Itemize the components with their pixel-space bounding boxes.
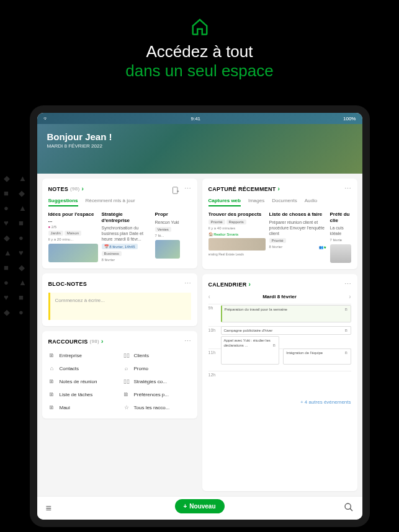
captured-title[interactable]: CAPTURÉ RÉCEMMENT› (208, 185, 280, 192)
shortcut-item[interactable]: 🗎Notes de réunion (48, 376, 117, 386)
doc-icon: 🗎 (123, 391, 130, 398)
captured-card[interactable]: Liste de choses à faire Préparer réunion… (269, 211, 326, 263)
calendar-event[interactable]: Préparation du travail pour la semaine🗎 (221, 305, 351, 322)
scratchpad-more-icon[interactable]: ⋯ (184, 280, 191, 288)
tab-suggestions[interactable]: Suggestions (48, 198, 78, 206)
svg-point-3 (345, 503, 351, 509)
shortcut-item[interactable]: 🗎Liste de tâches (48, 389, 117, 399)
chevron-right-icon: › (278, 185, 280, 192)
tab-audio[interactable]: Audio (305, 198, 317, 206)
app-screen: ᯤ 9:41 100% Bonjour Jean ! MARDI 8 FÉVRI… (37, 113, 362, 520)
left-column: NOTES(98)› ⋯ Suggestions Récemment mis à… (42, 179, 197, 491)
search-icon: ⌕ (123, 365, 130, 372)
note-link-icon: 🗎 (344, 329, 348, 333)
hero-section: Accédez à tout dans un seul espace (0, 0, 399, 91)
calendar-date: Mardi 8 février (262, 294, 297, 299)
shortcut-item[interactable]: ▯▯Clients (123, 350, 191, 360)
doc-icon: 🗎 (48, 404, 56, 411)
calendar-more-events[interactable]: + 4 autres événements (208, 399, 351, 405)
doc-icon: 🗎 (48, 378, 56, 385)
chevron-right-icon: › (81, 185, 84, 192)
menu-icon[interactable]: ≡ (46, 503, 52, 514)
captured-card[interactable]: Trouver des prospects PrioritéRapports I… (208, 211, 266, 263)
captured-more-icon[interactable]: ⋯ (344, 185, 351, 193)
greeting-text: Bonjour Jean ! (47, 131, 352, 142)
status-time: 9:41 (191, 116, 200, 122)
shortcut-item[interactable]: ☆Tous les racco... (123, 402, 191, 412)
shortcuts-panel: RACCOURCIS(98)› ⋯ 🗎Entreprise▯▯Clients⌂C… (42, 331, 197, 419)
shortcut-item[interactable]: ⌂Contacts (48, 363, 117, 373)
shortcut-item[interactable]: ▯▯Stratégies co... (123, 376, 191, 386)
home-icon: ⌂ (48, 365, 56, 372)
calendar-title[interactable]: CALENDRIER› (208, 281, 251, 288)
shared-icon: 👥★ (319, 245, 326, 249)
calendar-prev-button[interactable]: ‹ (208, 293, 210, 300)
new-button[interactable]: + Nouveau (174, 499, 224, 513)
note-thumbnail (155, 240, 180, 259)
calendar-event[interactable]: Campagne publicitaire d'hiver🗎 (221, 326, 351, 335)
note-link-icon: 🗎 (344, 308, 348, 312)
captured-panel: CAPTURÉ RÉCEMMENT› ⋯ Captures web Images… (202, 179, 357, 269)
calendar-more-icon[interactable]: ⋯ (344, 280, 351, 288)
capture-thumbnail (330, 244, 351, 263)
tab-web-captures[interactable]: Captures web (208, 198, 241, 206)
shortcuts-title[interactable]: RACCOURCIS(98)› (48, 338, 104, 345)
scratchpad-input[interactable]: Commencez à écrire... (48, 293, 191, 320)
calendar-event[interactable]: Appel avec Yuki : étudier les déclaratio… (221, 336, 280, 365)
shortcuts-more-icon[interactable]: ⋯ (184, 337, 191, 345)
captured-tabs: Captures web Images Documents Audio (208, 198, 351, 206)
capture-thumbnail (208, 238, 266, 250)
new-note-icon[interactable] (172, 185, 179, 193)
calendar-event[interactable]: Intégration de l'équipe🗎 (283, 348, 351, 365)
note-thumbnail (48, 244, 98, 262)
home-icon (191, 17, 209, 36)
status-bar: ᯤ 9:41 100% (37, 113, 362, 124)
tab-documents[interactable]: Documents (272, 198, 297, 206)
tablet-frame: ᯤ 9:41 100% Bonjour Jean ! MARDI 8 FÉVRI… (30, 105, 370, 527)
shortcut-item[interactable]: 🗎Préférences p... (123, 389, 191, 399)
scratchpad-panel: BLOC-NOTES ⋯ Commencez à écrire... (42, 273, 197, 326)
svg-line-4 (350, 508, 352, 511)
calendar-panel: CALENDRIER› ⋯ ‹ Mardi 8 février › 9h10h1… (202, 274, 357, 491)
notes-title[interactable]: NOTES(98)› (48, 185, 84, 192)
calendar-grid: 9h10h11h12h Préparation du travail pour … (208, 304, 351, 397)
status-battery: 100% (343, 116, 356, 122)
shortcut-item[interactable]: ⌕Promo (123, 363, 191, 373)
notes-tabs: Suggestions Récemment mis à jour (48, 198, 191, 206)
hero-title-line1: Accédez à tout (0, 42, 399, 61)
main-content: NOTES(98)› ⋯ Suggestions Récemment mis à… (37, 174, 362, 496)
captured-card[interactable]: Préfé du clie La cuis idéale 7 févrie (330, 211, 351, 263)
tab-images[interactable]: Images (248, 198, 264, 206)
scratchpad-title: BLOC-NOTES (48, 281, 87, 287)
shortcut-item[interactable]: 🗎Maui (48, 402, 117, 412)
notes-panel: NOTES(98)› ⋯ Suggestions Récemment mis à… (42, 179, 197, 268)
note-link-icon: 🗎 (344, 351, 348, 355)
note-card[interactable]: Propr Rencon Yuki Ventes 7 fé... (155, 211, 180, 262)
doc-icon: 🗎 (48, 391, 56, 398)
svg-rect-0 (173, 187, 177, 193)
greeting-banner: Bonjour Jean ! MARDI 8 FÉVRIER 2022 (37, 124, 362, 174)
chevron-right-icon: › (101, 338, 104, 345)
note-card[interactable]: Idées pour l'espace ... ● 2/5 JardinMais… (48, 211, 98, 262)
greeting-date: MARDI 8 FÉVRIER 2022 (47, 143, 352, 149)
doc-icon: 🗎 (48, 352, 56, 359)
book-icon: ▯▯ (123, 378, 130, 385)
star-icon: ☆ (123, 404, 130, 411)
tab-recent[interactable]: Récemment mis à jour (86, 198, 135, 206)
chevron-right-icon: › (249, 281, 251, 288)
hero-title-line2: dans un seul espace (0, 61, 399, 81)
search-icon[interactable] (344, 502, 354, 515)
wifi-icon: ᯤ (43, 116, 48, 122)
book-icon: ▯▯ (123, 352, 130, 359)
right-column: CAPTURÉ RÉCEMMENT› ⋯ Captures web Images… (202, 179, 357, 491)
note-link-icon: 🗎 (272, 344, 276, 348)
notes-more-icon[interactable]: ⋯ (184, 185, 191, 193)
note-card[interactable]: Stratégie d'entreprise Synchronisation d… (102, 211, 151, 262)
shortcut-item[interactable]: 🗎Entreprise (48, 350, 117, 360)
calendar-next-button[interactable]: › (349, 293, 351, 300)
plus-icon: + (183, 503, 187, 510)
bottom-bar: ≡ + Nouveau (37, 496, 362, 520)
